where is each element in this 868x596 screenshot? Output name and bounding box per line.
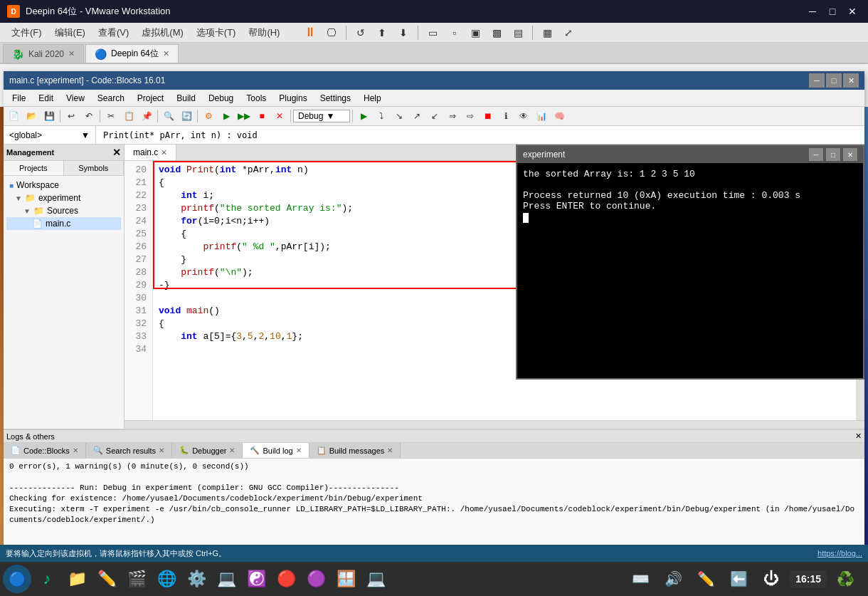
cb-menu-debug[interactable]: Debug [203, 92, 239, 105]
cb-menu-settings[interactable]: Settings [314, 92, 356, 105]
cb-menu-view[interactable]: View [60, 92, 90, 105]
taskbar-terminal-btn[interactable]: 💻 [361, 565, 390, 593]
toolbar-icon-4[interactable]: ⬇ [394, 24, 413, 41]
scope-dropdown[interactable]: <global> ▼ [4, 126, 96, 144]
toolbar-icon-2[interactable]: ↺ [351, 24, 370, 41]
cb-menu-file[interactable]: File [6, 92, 31, 105]
taskbar-windows-btn[interactable]: 🪟 [332, 565, 360, 593]
build-btn[interactable]: ⚙ [200, 108, 217, 124]
menu-help[interactable]: 帮助(H) [243, 24, 285, 41]
taskbar-settings-btn[interactable]: ⚙️ [182, 565, 211, 593]
logs-close-icon[interactable]: ✕ [855, 432, 862, 441]
close-button[interactable]: ✕ [844, 3, 861, 20]
debug-start-btn[interactable]: ▶ [355, 108, 372, 124]
open-btn[interactable]: 📂 [23, 108, 40, 124]
terminal-maximize-btn[interactable]: □ [826, 148, 840, 161]
taskbar-volume-btn[interactable]: 🔊 [659, 565, 687, 593]
cb-maximize-button[interactable]: □ [826, 73, 842, 88]
sidebar-sources[interactable]: ▼ 📁 Sources [6, 204, 121, 217]
replace-btn[interactable]: 🔄 [178, 108, 195, 124]
stop-btn[interactable]: ■ [253, 108, 270, 124]
debug-step-instr-btn[interactable]: ⇨ [462, 108, 479, 124]
debug-next-instr-btn[interactable]: ⇒ [444, 108, 461, 124]
menu-edit[interactable]: 编辑(E) [49, 24, 91, 41]
build-run-btn[interactable]: ▶▶ [235, 108, 253, 124]
toolbar-icon-7[interactable]: ▣ [466, 24, 485, 41]
logs-tab-buildlog[interactable]: 🔨 Build log ✕ [243, 443, 309, 458]
run-btn[interactable]: ▶ [218, 108, 235, 124]
debug-next-btn[interactable]: ⤵ [373, 108, 390, 124]
cb-minimize-button[interactable]: ─ [809, 73, 825, 88]
editor-tab-close[interactable]: ✕ [161, 148, 167, 157]
taskbar-arrow-btn[interactable]: ⬅️ [724, 565, 753, 593]
undo-btn[interactable]: ↶ [80, 108, 97, 124]
terminal-minimize-btn[interactable]: ─ [809, 148, 823, 161]
paste-btn[interactable]: 📌 [138, 108, 155, 124]
cb-menu-search[interactable]: Search [92, 92, 130, 105]
debug-callstack-btn[interactable]: 📊 [533, 108, 550, 124]
taskbar-deepin-btn[interactable]: 🔵 [3, 565, 31, 593]
toolbar-icon-9[interactable]: ▤ [509, 24, 527, 41]
menu-vm[interactable]: 虚拟机(M) [136, 24, 189, 41]
taskbar-recycle-btn[interactable]: ♻️ [831, 565, 859, 593]
editor-hscrollbar[interactable] [125, 420, 864, 429]
logs-tab-debugger-close[interactable]: ✕ [229, 446, 235, 454]
debug-memory-btn[interactable]: 🧠 [551, 108, 568, 124]
debug-info-btn[interactable]: ℹ [497, 108, 514, 124]
cb-menu-project[interactable]: Project [132, 92, 169, 105]
sidebar-project[interactable]: ▼ 📁 experiment [6, 192, 121, 204]
cb-close-button[interactable]: ✕ [843, 73, 859, 88]
menu-file[interactable]: 文件(F) [6, 24, 48, 41]
abort-btn[interactable]: ✕ [271, 108, 288, 124]
taskbar-chrome-btn[interactable]: 🌐 [152, 565, 181, 593]
debug-step-out-btn[interactable]: ↗ [408, 108, 425, 124]
cb-menu-plugins[interactable]: Plugins [273, 92, 312, 105]
menu-view[interactable]: 查看(V) [92, 24, 134, 41]
cb-menu-edit[interactable]: Edit [33, 92, 59, 105]
taskbar-media-btn[interactable]: 🎬 [122, 565, 151, 593]
cb-menu-build[interactable]: Build [171, 92, 201, 105]
toolbar-icon-10[interactable]: ▦ [538, 24, 556, 41]
taskbar-keyboard-btn[interactable]: ⌨️ [626, 565, 655, 593]
editor-tab-mainc[interactable]: main.c ✕ [125, 145, 176, 160]
toolbar-icon-8[interactable]: ▩ [487, 24, 506, 41]
cut-btn[interactable]: ✂ [102, 108, 120, 124]
debug-stop-btn[interactable]: ⏹ [480, 108, 497, 124]
toolbar-icon-1[interactable]: 🖵 [322, 24, 341, 41]
taskbar-music-btn[interactable]: ♪ [33, 565, 61, 593]
logs-tab-buildlog-close[interactable]: ✕ [296, 446, 302, 454]
toolbar-icon-5[interactable]: ▭ [423, 24, 442, 41]
debug-step-btn[interactable]: ↘ [391, 108, 408, 124]
cb-menu-help[interactable]: Help [358, 92, 387, 105]
search-btn[interactable]: 🔍 [160, 108, 177, 124]
toolbar-icon-11[interactable]: ⤢ [559, 24, 578, 41]
tab-kali-close[interactable]: ✕ [68, 49, 75, 58]
tab-deepin[interactable]: 🔵 Deepin 64位 ✕ [85, 44, 179, 63]
tab-deepin-close[interactable]: ✕ [163, 49, 169, 58]
maximize-button[interactable]: □ [824, 3, 841, 20]
new-file-btn[interactable]: 📄 [5, 108, 22, 124]
cb-menu-tools[interactable]: Tools [240, 92, 272, 105]
taskbar-yin-btn[interactable]: ☯️ [242, 565, 270, 593]
taskbar-linux-btn[interactable]: 🟣 [302, 565, 330, 593]
debug-watches-btn[interactable]: 👁 [515, 108, 532, 124]
taskbar-files-btn[interactable]: 📁 [63, 565, 91, 593]
taskbar-deepin2-btn[interactable]: 🔴 [272, 565, 300, 593]
save-all-btn[interactable]: 💾 [41, 108, 58, 124]
logs-tab-search[interactable]: 🔍 Search results ✕ [86, 443, 172, 458]
debug-run-to-cursor-btn[interactable]: ↙ [426, 108, 443, 124]
logs-tab-codeblocks[interactable]: 📄 Code::Blocks ✕ [4, 443, 86, 458]
sidebar-tab-projects[interactable]: Projects [4, 161, 64, 175]
menu-tab[interactable]: 选项卡(T) [191, 24, 242, 41]
terminal-close-btn[interactable]: ✕ [843, 148, 857, 161]
taskbar-power-btn[interactable]: ⏻ [757, 565, 785, 593]
pause-icon[interactable]: ⏸ [301, 24, 319, 41]
debug-dropdown[interactable]: Debug ▼ [293, 110, 350, 122]
close-btn[interactable]: ↩ [63, 108, 80, 124]
logs-tab-buildmsg[interactable]: 📋 Build messages ✕ [309, 443, 401, 458]
sidebar-close-icon[interactable]: ✕ [112, 147, 121, 158]
sidebar-tab-symbols[interactable]: Symbols [64, 161, 125, 175]
sidebar-file-mainc[interactable]: 📄 main.c [6, 217, 121, 230]
toolbar-icon-6[interactable]: ▫ [445, 24, 463, 41]
taskbar-vscode-btn[interactable]: 💻 [212, 565, 240, 593]
